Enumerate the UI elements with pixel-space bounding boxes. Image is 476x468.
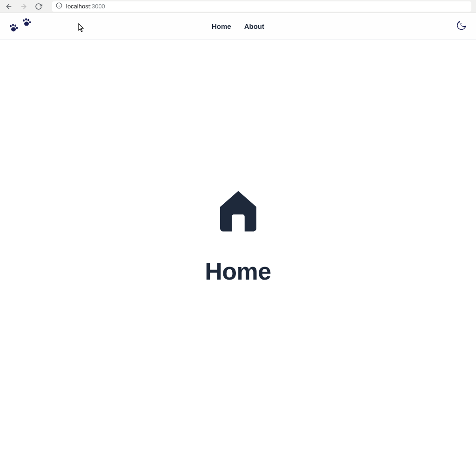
svg-rect-15 (235, 218, 241, 232)
svg-point-14 (16, 27, 18, 29)
page-title: Home (205, 257, 271, 285)
nav-link-about[interactable]: About (244, 22, 264, 30)
info-icon (56, 2, 62, 10)
nav-links: Home About (212, 22, 264, 30)
main-content: Home (0, 40, 476, 468)
svg-point-7 (25, 18, 27, 20)
moon-stars-icon (456, 20, 468, 33)
theme-toggle-button[interactable] (456, 20, 468, 33)
browser-back-button[interactable] (5, 2, 13, 11)
nav-link-home[interactable]: Home (212, 22, 231, 30)
paw-prints-icon (8, 17, 32, 36)
home-icon (213, 186, 264, 239)
svg-point-9 (29, 21, 31, 23)
svg-point-6 (23, 19, 25, 21)
page-navbar: Home About (0, 13, 476, 40)
browser-chrome: localhost:3000 (0, 0, 476, 13)
svg-point-8 (27, 19, 29, 21)
svg-point-13 (14, 24, 16, 27)
svg-point-5 (24, 21, 29, 26)
browser-url-bar[interactable]: localhost:3000 (52, 1, 471, 12)
browser-forward-button[interactable] (20, 2, 28, 11)
browser-url-text: localhost:3000 (66, 3, 105, 10)
svg-point-12 (12, 23, 14, 26)
svg-point-10 (11, 27, 16, 31)
logo[interactable] (8, 17, 32, 36)
svg-point-11 (10, 25, 12, 27)
browser-reload-button[interactable] (34, 2, 43, 11)
